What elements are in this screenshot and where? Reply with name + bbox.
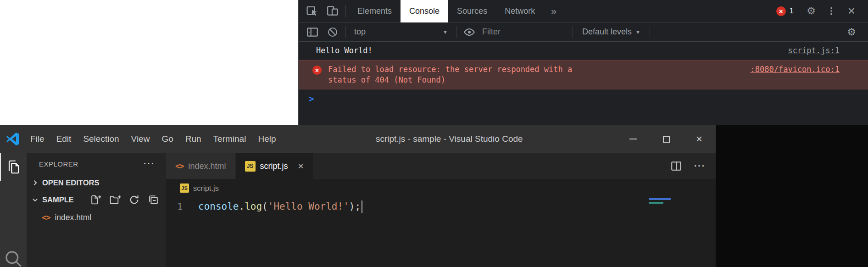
divider	[456, 26, 456, 38]
context-selector-value: top	[354, 27, 439, 37]
chevron-down-icon	[31, 196, 39, 204]
open-editors-label: OPEN EDITORS	[42, 178, 99, 187]
code-line-content: console.log('Hello World!');	[198, 201, 361, 212]
vscode-logo-icon	[6, 132, 20, 146]
tab-index-html[interactable]: <> index.html	[166, 153, 236, 179]
editor-more-actions-icon[interactable]: ···	[694, 161, 706, 171]
html-file-icon: <>	[42, 213, 50, 222]
tab-label: index.html	[188, 161, 226, 171]
minimap-mark	[649, 202, 663, 204]
js-file-icon: JS	[180, 184, 189, 193]
new-folder-icon[interactable]	[109, 194, 121, 206]
code-token: 'Hello World!'	[268, 201, 349, 212]
filter-input[interactable]	[482, 27, 567, 37]
minimize-icon	[629, 139, 637, 139]
devtools-tab-bar: Elements Console Sources Network » × 1 ⚙…	[299, 0, 868, 22]
log-levels-value: Default levels	[582, 27, 632, 37]
code-token: ;	[355, 201, 361, 212]
tab-console[interactable]: Console	[401, 0, 448, 22]
vscode-main: EXPLORER ··· OPEN EDITORS SAMPLE	[0, 153, 716, 267]
text-cursor	[362, 200, 362, 213]
tab-elements[interactable]: Elements	[349, 0, 401, 22]
line-number: 1	[166, 201, 198, 212]
breadcrumb[interactable]: JS script.js	[166, 179, 716, 197]
error-source-link[interactable]: :8080/favicon.ico:1	[751, 64, 840, 75]
console-prompt[interactable]: >	[299, 89, 868, 104]
tab-script-js[interactable]: JS script.js ×	[236, 153, 313, 179]
explorer-icon[interactable]	[0, 153, 27, 181]
menu-go[interactable]: Go	[156, 134, 179, 144]
clear-console-icon[interactable]	[323, 24, 343, 40]
code-token: .	[239, 201, 245, 212]
refresh-icon[interactable]	[128, 194, 140, 206]
tab-network[interactable]: Network	[496, 0, 544, 22]
file-index-html[interactable]: <> index.html	[27, 208, 166, 227]
close-tab-icon[interactable]: ×	[298, 161, 304, 172]
tab-label: script.js	[260, 161, 288, 171]
devtools-panel: Elements Console Sources Network » × 1 ⚙…	[298, 0, 868, 125]
menu-file[interactable]: File	[24, 134, 50, 144]
log-levels-dropdown[interactable]: Default levels ▼	[576, 27, 647, 37]
chevron-right-icon	[31, 179, 39, 187]
minimap-mark	[649, 198, 671, 200]
eye-icon[interactable]	[459, 24, 479, 40]
error-badge-icon: ×	[776, 6, 786, 16]
prompt-chevron-icon: >	[309, 94, 314, 104]
vscode-window: File Edit Selection View Go Run Terminal…	[0, 125, 716, 267]
menu-selection[interactable]: Selection	[77, 134, 125, 144]
screen: Elements Console Sources Network » × 1 ⚙…	[0, 0, 868, 267]
minimize-button[interactable]	[617, 125, 650, 153]
settings-gear-icon[interactable]: ⚙	[801, 3, 821, 19]
html-file-icon: <>	[175, 161, 184, 171]
chevron-down-icon: ▼	[635, 29, 640, 35]
close-devtools-icon[interactable]: ×	[841, 3, 862, 19]
error-badge-count: 1	[790, 6, 794, 16]
chevron-down-icon: ▼	[443, 29, 448, 35]
inspect-element-icon[interactable]	[302, 3, 323, 19]
explorer-sidebar: EXPLORER ··· OPEN EDITORS SAMPLE	[27, 153, 166, 267]
sample-section[interactable]: SAMPLE	[27, 191, 166, 208]
menu-edit[interactable]: Edit	[50, 134, 78, 144]
maximize-icon	[663, 136, 670, 143]
code-line: 1 console.log('Hello World!');	[166, 197, 716, 216]
minimap[interactable]	[649, 198, 671, 204]
more-tabs-icon[interactable]: »	[544, 0, 564, 22]
kebab-menu-icon[interactable]	[821, 3, 841, 19]
device-toolbar-icon[interactable]	[323, 3, 343, 19]
console-error-row: × Failed to load resource: the server re…	[299, 60, 868, 89]
maximize-button[interactable]	[650, 125, 683, 153]
collapse-all-icon[interactable]	[148, 194, 159, 206]
divider	[345, 5, 346, 17]
log-message: Hello World!	[316, 45, 788, 56]
new-file-icon[interactable]	[90, 194, 101, 206]
tab-sources[interactable]: Sources	[448, 0, 496, 22]
code-token: )	[349, 201, 355, 212]
breadcrumb-file: script.js	[193, 184, 219, 193]
context-selector-dropdown[interactable]: top ▼	[349, 27, 453, 37]
browser-window: Elements Console Sources Network » × 1 ⚙…	[0, 0, 868, 125]
browser-viewport	[0, 0, 298, 125]
menu-help[interactable]: Help	[252, 134, 282, 144]
activity-bar	[0, 153, 27, 267]
close-button[interactable]: ×	[683, 125, 716, 153]
explorer-actions-icon[interactable]: ···	[144, 159, 155, 169]
open-editors-section[interactable]: OPEN EDITORS	[27, 174, 166, 191]
console-settings-gear-icon[interactable]: ⚙	[841, 24, 862, 40]
log-source-link[interactable]: script.js:1	[788, 45, 840, 56]
search-icon[interactable]	[0, 249, 27, 267]
menu-terminal[interactable]: Terminal	[207, 134, 252, 144]
menu-view[interactable]: View	[125, 134, 156, 144]
code-editor[interactable]: 1 console.log('Hello World!');	[166, 197, 716, 267]
vscode-titlebar: File Edit Selection View Go Run Terminal…	[0, 125, 716, 153]
console-toolbar: top ▼ Default levels ▼ ⚙	[299, 22, 868, 42]
console-output: Hello World! script.js:1 × Failed to loa…	[299, 42, 868, 125]
error-badge[interactable]: × 1	[776, 6, 794, 16]
menu-run[interactable]: Run	[179, 134, 207, 144]
window-controls: ×	[617, 125, 716, 153]
code-token: console	[198, 201, 239, 212]
console-sidebar-icon[interactable]	[302, 24, 323, 40]
split-editor-icon[interactable]	[670, 160, 682, 172]
editor-actions: ···	[670, 153, 716, 179]
code-token: log	[245, 201, 262, 212]
divider	[573, 26, 573, 38]
